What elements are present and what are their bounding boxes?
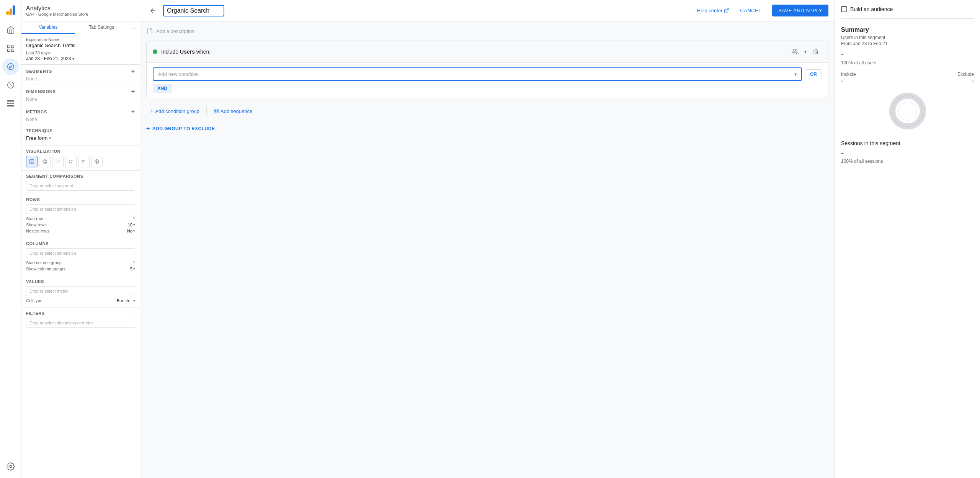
configure-nav-icon[interactable] [2, 95, 19, 112]
sessions-title: Sessions in this segment [841, 140, 974, 146]
svg-rect-13 [30, 160, 34, 164]
segments-none: None [26, 76, 135, 82]
save-apply-button[interactable]: SAVE AND APPLY [772, 5, 828, 16]
donut-chart [841, 88, 974, 134]
variables-tab[interactable]: Variables [21, 21, 75, 34]
analytics-title: Analytics [26, 5, 88, 12]
include-exclude-row: Include - Exclude - [841, 72, 974, 85]
exploration-name-value[interactable]: Organic Search Traffic [26, 43, 135, 48]
svg-rect-10 [7, 103, 14, 104]
rows-label: ROWS [26, 197, 135, 202]
add-group-exclude-button[interactable]: + ADD GROUP TO EXCLUDE [146, 126, 828, 132]
and-button[interactable]: AND [153, 84, 172, 93]
include-header: Include Users when: ▾ [147, 41, 828, 63]
add-sequence-button[interactable]: Add sequence [210, 106, 256, 116]
add-segment-button[interactable]: + [131, 68, 135, 75]
rows-field[interactable]: Drop or select dimension [26, 204, 135, 214]
home-nav-icon[interactable] [2, 21, 19, 38]
svg-rect-3 [7, 45, 10, 47]
filters-field[interactable]: Drop or select dimension or metric [26, 318, 135, 328]
viz-donut-icon[interactable] [39, 156, 51, 167]
segment-title[interactable]: Organic Search [163, 5, 224, 16]
dimensions-section: DIMENSIONS + None [21, 85, 140, 105]
settings-nav-icon[interactable] [2, 458, 19, 475]
user-scope-chevron[interactable]: ▾ [804, 49, 807, 54]
values-field[interactable]: Drop or select metric [26, 286, 135, 296]
viz-bar-icon[interactable] [78, 156, 90, 167]
viz-line-icon[interactable] [52, 156, 64, 167]
include-label: Include [841, 72, 908, 77]
segment-editor-panel: Organic Search Help center CANCEL SAVE A… [140, 0, 835, 478]
start-col-row: Start column group 1 [26, 260, 135, 265]
add-condition-group-button[interactable]: + Add condition group [146, 106, 203, 116]
summary-title: Summary [841, 26, 974, 33]
sessions-dash: - [841, 148, 974, 158]
advertising-nav-icon[interactable] [2, 77, 19, 93]
summary-date-range: From Jan 23 to Feb 21 [841, 41, 974, 46]
summary-users-segment: Users in this segment [841, 35, 974, 40]
donut-svg [885, 88, 931, 134]
or-button[interactable]: OR [805, 69, 822, 79]
svg-point-20 [71, 162, 72, 163]
svg-point-22 [69, 162, 70, 163]
add-condition-input[interactable]: Add new condition ▾ [153, 67, 802, 81]
date-range-chevron: ▾ [72, 57, 74, 61]
add-metric-button[interactable]: + [131, 108, 135, 115]
svg-rect-6 [11, 49, 13, 51]
show-col-select[interactable]: 5 ▾ [130, 267, 135, 271]
back-button[interactable] [146, 4, 160, 18]
svg-rect-30 [217, 109, 218, 111]
action-separator [206, 107, 207, 115]
dimensions-title: DIMENSIONS + [26, 88, 135, 95]
visualization-label: VISUALIZATION [26, 149, 135, 154]
segment-editor-header: Organic Search Help center CANCEL SAVE A… [140, 0, 835, 21]
cancel-button[interactable]: CANCEL [735, 5, 766, 16]
values-label: VALUES [26, 279, 135, 284]
svg-rect-5 [7, 49, 10, 51]
metrics-title: METRICS + [26, 108, 135, 115]
nested-rows-select[interactable]: No ▾ [127, 229, 135, 233]
left-navigation [0, 0, 21, 478]
user-scope-button[interactable] [789, 46, 801, 58]
include-header-icons: ▾ [789, 46, 822, 58]
svg-rect-31 [214, 111, 216, 113]
columns-field[interactable]: Drop or select dimension [26, 248, 135, 258]
reports-nav-icon[interactable] [2, 40, 19, 57]
technique-value: Free form [26, 135, 47, 141]
include-text: Include Users when: [161, 49, 211, 55]
date-range-value: Jan 23 - Feb 21, 2023 [26, 56, 71, 61]
delete-include-button[interactable] [810, 46, 822, 58]
date-range-row[interactable]: Jan 23 - Feb 21, 2023 ▾ [26, 56, 135, 61]
add-dimension-button[interactable]: + [131, 88, 135, 95]
analytics-subtitle: GA4 - Google Merchandise Store [26, 12, 88, 16]
collapse-variables-icon[interactable]: — [131, 25, 137, 31]
include-dash: - [841, 77, 908, 85]
nested-rows-row: Nested rows No ▾ [26, 229, 135, 233]
segment-editor-overlay: Organic Search Help center CANCEL SAVE A… [140, 0, 980, 478]
segment-actions: + Add condition group Add sequence [146, 103, 828, 120]
tab-settings-tab[interactable]: Tab Settings [75, 21, 129, 34]
cell-type-select[interactable]: Bar ch... ▾ [117, 298, 135, 303]
viz-map-icon[interactable] [91, 156, 103, 167]
sidebar-panel: Analytics GA4 - Google Merchandise Store… [21, 0, 140, 478]
svg-point-37 [891, 110, 894, 113]
svg-point-38 [921, 110, 924, 113]
exclude-label: Exclude [908, 72, 974, 77]
viz-scatter-icon[interactable] [65, 156, 77, 167]
svg-line-27 [726, 8, 728, 11]
condition-dropdown-arrow: ▾ [794, 72, 797, 77]
svg-point-18 [44, 160, 46, 163]
explore-nav-icon[interactable] [2, 58, 19, 75]
seg-compare-field[interactable]: Drop or select segment [26, 181, 135, 191]
svg-point-36 [898, 102, 917, 120]
description-text[interactable]: Add a description [156, 28, 194, 34]
viz-table-icon[interactable] [26, 156, 38, 167]
technique-arrow[interactable]: ▾ [49, 136, 51, 140]
date-range-label: Last 30 days [26, 51, 135, 55]
summary-users-dash: - [841, 49, 974, 59]
help-center-link[interactable]: Help center [697, 8, 729, 13]
app-logo [4, 3, 18, 17]
build-audience-checkbox[interactable] [841, 6, 847, 12]
show-rows-select[interactable]: 10 ▾ [128, 223, 135, 227]
svg-point-28 [793, 49, 795, 51]
